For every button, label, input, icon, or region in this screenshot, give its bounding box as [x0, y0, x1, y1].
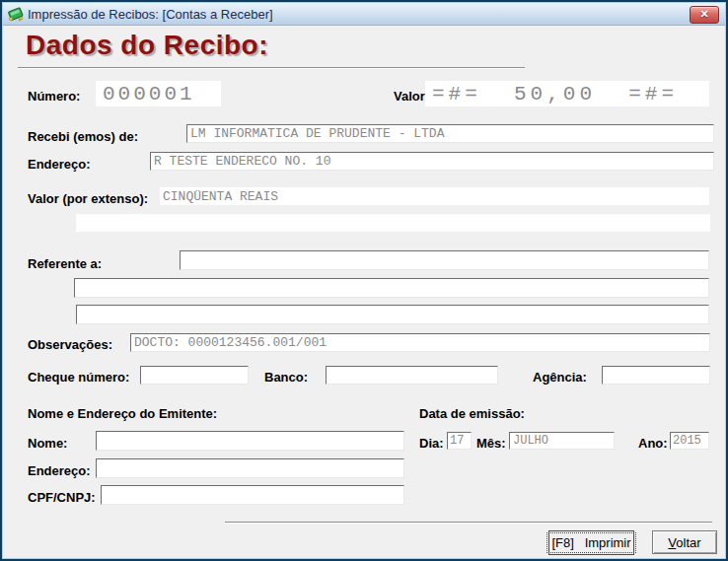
- agencia-field[interactable]: [602, 366, 710, 385]
- nome-label: Nome:: [28, 436, 67, 451]
- agencia-label: Agência:: [533, 370, 587, 385]
- dia-field[interactable]: [447, 432, 472, 450]
- page-title: Dados do Recibo:: [26, 30, 268, 61]
- footer-divider: [225, 522, 712, 524]
- referente-label: Referente a:: [28, 256, 102, 271]
- banco-field[interactable]: [326, 366, 498, 385]
- referente-field-2[interactable]: [74, 278, 709, 298]
- emitente-endereco-field[interactable]: [96, 458, 404, 478]
- banco-label: Banco:: [264, 370, 308, 385]
- observacoes-label: Observações:: [28, 337, 112, 352]
- emitente-endereco-label: Endereço:: [28, 463, 91, 478]
- close-icon[interactable]: ✕: [690, 6, 719, 24]
- valor-label: Valor:: [394, 89, 429, 104]
- observacoes-field[interactable]: [130, 333, 710, 352]
- imprimir-button-label: [F8] Imprimir: [546, 532, 635, 553]
- recebi-de-field[interactable]: [186, 124, 714, 143]
- window-title: Impressão de Recibos: [Contas a Receber]: [28, 7, 273, 22]
- heading-divider: [18, 67, 525, 69]
- valor-extenso-field-2[interactable]: [76, 214, 710, 232]
- cpf-cnpj-label: CPF/CNPJ:: [28, 490, 96, 505]
- emitente-section-label: Nome e Endereço do Emitente:: [28, 406, 217, 421]
- endereco-label: Endereço:: [28, 157, 91, 172]
- voltar-button[interactable]: Voltar: [652, 530, 717, 554]
- title-bar[interactable]: Impressão de Recibos: [Contas a Receber]…: [3, 3, 725, 26]
- data-emissao-section-label: Data de emissão:: [419, 406, 525, 421]
- cpf-cnpj-field[interactable]: [101, 485, 404, 505]
- receipt-print-window: Impressão de Recibos: [Contas a Receber]…: [0, 0, 728, 561]
- ano-label: Ano:: [638, 436, 668, 451]
- referente-field-3[interactable]: [76, 305, 709, 324]
- imprimir-button[interactable]: [F8] Imprimir: [548, 530, 634, 555]
- dia-label: Dia:: [419, 436, 444, 451]
- numero-label: Número:: [28, 89, 80, 104]
- endereco-field[interactable]: [150, 152, 714, 171]
- voltar-button-label: Voltar: [668, 535, 700, 550]
- nome-field[interactable]: [96, 431, 404, 451]
- cheque-numero-field[interactable]: [140, 366, 249, 385]
- app-gem-icon: [8, 6, 24, 22]
- valor-extenso-field[interactable]: [160, 187, 709, 205]
- cheque-numero-label: Cheque número:: [28, 370, 129, 385]
- numero-field[interactable]: [96, 81, 221, 106]
- referente-field-1[interactable]: [180, 250, 709, 270]
- mes-label: Mês:: [476, 436, 506, 451]
- ano-field[interactable]: [670, 432, 709, 450]
- mes-field[interactable]: [509, 432, 615, 450]
- valor-field[interactable]: [425, 81, 709, 106]
- valor-extenso-label: Valor (por extenso):: [28, 191, 148, 206]
- recebi-de-label: Recebi (emos) de:: [28, 129, 138, 144]
